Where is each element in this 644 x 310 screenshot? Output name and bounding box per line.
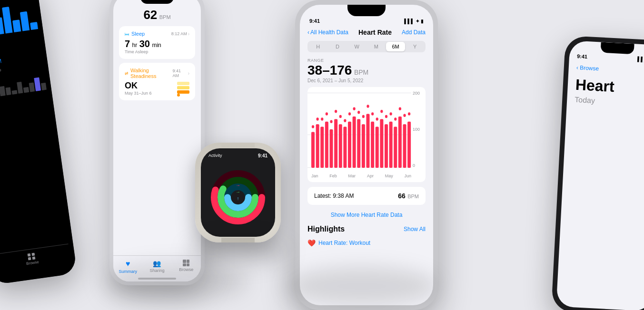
svg-rect-45 xyxy=(394,127,397,168)
svg-point-30 xyxy=(357,111,360,114)
chart-bar xyxy=(12,19,21,32)
svg-rect-49 xyxy=(403,124,406,168)
svg-rect-9 xyxy=(311,132,315,168)
svg-rect-19 xyxy=(334,119,337,168)
activity-label: Activity xyxy=(208,153,222,158)
chevron-right-icon: › xyxy=(188,31,189,37)
svg-rect-31 xyxy=(362,124,365,168)
walking-icon: ⇌ xyxy=(125,71,129,76)
filter-Y[interactable]: Y xyxy=(405,42,425,51)
band-top xyxy=(221,143,255,147)
svg-rect-35 xyxy=(371,122,374,168)
time-filter: H D W M 6M Y xyxy=(307,41,426,52)
svg-point-32 xyxy=(362,115,365,118)
filter-M[interactable]: M xyxy=(367,42,386,51)
heart-icon: ❤️ xyxy=(307,239,316,247)
highlights-header: Highlights Show All xyxy=(307,225,426,233)
svg-rect-29 xyxy=(357,119,360,168)
chevron-left-icon: ‹ xyxy=(307,29,309,36)
activity-rings: → → ↑ xyxy=(209,169,267,226)
y-axis: 200 100 0 xyxy=(413,91,420,168)
range-section: RANGE 38–176 BPM Dec 6, 2021 – Jun 5, 20… xyxy=(300,54,433,85)
svg-point-36 xyxy=(371,112,374,115)
filter-W[interactable]: W xyxy=(347,42,367,51)
svg-text:↑: ↑ xyxy=(237,196,239,201)
svg-point-10 xyxy=(312,125,314,128)
show-all-button[interactable]: Show All xyxy=(404,226,426,232)
shadow-watch xyxy=(186,238,290,266)
sleep-icon: 🛏 xyxy=(125,31,129,37)
nav-bar-main: ‹ All Health Data Heart Rate Add Data xyxy=(300,26,433,39)
svg-rect-13 xyxy=(320,127,324,168)
highlight-item-1[interactable]: ❤️ Heart Rate: Workout xyxy=(307,236,426,250)
svg-rect-33 xyxy=(367,114,370,168)
svg-rect-17 xyxy=(330,129,333,168)
svg-rect-41 xyxy=(385,124,388,168)
svg-point-44 xyxy=(390,112,392,115)
svg-text:→: → xyxy=(236,189,240,194)
filter-6M[interactable]: 6M xyxy=(386,42,406,51)
svg-point-50 xyxy=(403,114,406,117)
left-bottom-tabs: Browse xyxy=(0,243,70,270)
svg-point-48 xyxy=(399,107,401,110)
svg-point-34 xyxy=(367,105,369,107)
svg-rect-51 xyxy=(407,122,411,168)
highlights-section: Highlights Show All ❤️ Heart Rate: Worko… xyxy=(300,222,433,252)
chart-bar xyxy=(30,22,38,30)
svg-text:→: → xyxy=(236,183,240,188)
walking-steadiness-card[interactable]: ⇌ Walking Steadiness 9:41 AM › OK May 31… xyxy=(119,63,195,100)
shadow-middle xyxy=(105,262,248,300)
svg-rect-21 xyxy=(339,124,342,168)
chart-bar xyxy=(20,11,30,31)
svg-rect-37 xyxy=(376,127,379,168)
svg-rect-11 xyxy=(316,124,319,168)
svg-rect-25 xyxy=(348,122,351,168)
svg-rect-15 xyxy=(325,122,328,168)
status-icons-right: ▌▌▌ ✦ ▮ xyxy=(637,57,644,63)
add-data-button[interactable]: Add Data xyxy=(402,29,426,36)
svg-point-20 xyxy=(335,110,337,113)
svg-rect-27 xyxy=(353,116,356,168)
main-phone: 9:41 ▌▌▌ ✦ ▮ ‹ All Health Data Heart Rat… xyxy=(295,0,438,310)
svg-point-26 xyxy=(348,112,351,115)
browse-back-button[interactable]: ‹ Browse xyxy=(576,64,599,72)
chevron-left-icon-right: ‹ xyxy=(576,64,578,71)
svg-point-16 xyxy=(326,112,328,115)
right-phone: 9:41 ▌▌▌ ✦ ▮ ‹ Browse Heart Today xyxy=(551,36,644,310)
svg-point-40 xyxy=(380,110,383,113)
bpm-display: 62 BPM xyxy=(119,8,195,22)
svg-point-52 xyxy=(408,112,410,115)
latest-card: Latest: 9:38 AM 66 BPM xyxy=(307,187,426,205)
notch-main xyxy=(347,5,386,16)
svg-point-12 xyxy=(317,117,319,120)
filter-H[interactable]: H xyxy=(308,42,328,51)
show-more-button[interactable]: Show More Heart Rate Data xyxy=(300,208,433,222)
mini-chart-left xyxy=(0,76,47,100)
walking-bars xyxy=(177,82,189,94)
shadow-main xyxy=(286,267,438,305)
svg-rect-43 xyxy=(389,122,393,168)
svg-point-28 xyxy=(353,107,356,110)
watch-time: 9:41 xyxy=(258,153,268,158)
svg-rect-47 xyxy=(398,116,402,168)
chevron-right-icon2: › xyxy=(188,71,189,76)
back-button[interactable]: ‹ All Health Data xyxy=(307,29,348,36)
filter-D[interactable]: D xyxy=(328,42,347,51)
tab-browse-left: Browse xyxy=(0,248,70,270)
svg-point-38 xyxy=(376,117,378,120)
svg-point-46 xyxy=(394,117,396,120)
heart-rate-chart: 200 100 0 xyxy=(307,87,426,182)
svg-point-22 xyxy=(339,115,342,118)
svg-rect-39 xyxy=(380,119,383,168)
svg-point-42 xyxy=(385,115,387,118)
status-bar-main: 9:41 ▌▌▌ ✦ ▮ xyxy=(300,16,433,26)
x-axis: Jan Feb Mar Apr May Jun xyxy=(311,174,411,178)
notch-middle xyxy=(140,0,174,4)
svg-point-14 xyxy=(321,117,323,120)
svg-rect-23 xyxy=(343,127,347,168)
bars-svg xyxy=(311,91,411,168)
svg-point-24 xyxy=(344,119,346,122)
sleep-card[interactable]: 🛏 Sleep 8:12 AM › 7 hr 30 min Time Aslee… xyxy=(119,26,195,59)
svg-point-18 xyxy=(330,120,332,123)
status-icons: ▌▌▌ ✦ ▮ xyxy=(404,19,424,24)
